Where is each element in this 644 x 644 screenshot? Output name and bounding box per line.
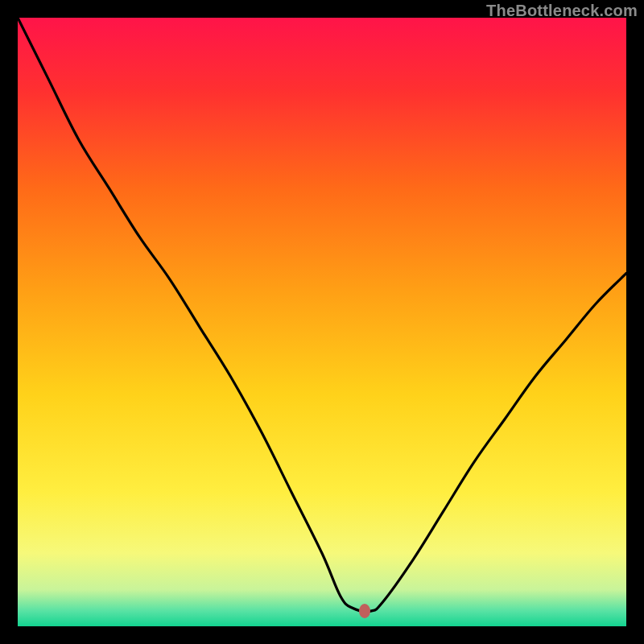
watermark-text: TheBottleneck.com <box>486 2 638 20</box>
plot-area <box>18 18 626 626</box>
svg-rect-0 <box>18 18 626 626</box>
optimal-point-marker <box>359 604 370 618</box>
background-gradient <box>18 18 626 626</box>
outer-frame: TheBottleneck.com <box>0 0 644 644</box>
